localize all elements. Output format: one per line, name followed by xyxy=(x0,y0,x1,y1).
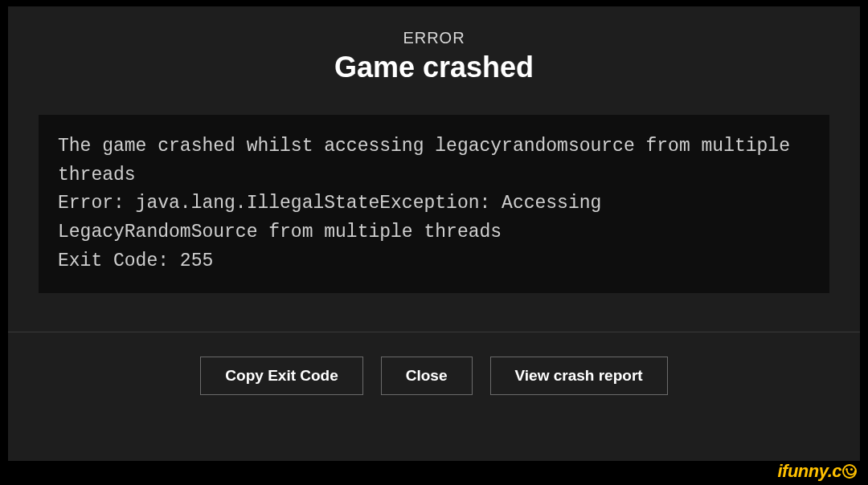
smile-icon xyxy=(842,464,857,479)
watermark-text: ifunny.c xyxy=(777,461,841,481)
copy-exit-code-button[interactable]: Copy Exit Code xyxy=(200,357,362,395)
button-row: Copy Exit Code Close View crash report xyxy=(8,332,860,395)
dialog-header: ERROR Game crashed xyxy=(8,6,860,100)
error-label: ERROR xyxy=(8,29,860,47)
dialog-title: Game crashed xyxy=(8,51,860,84)
watermark: ifunny.c xyxy=(777,461,857,482)
close-button[interactable]: Close xyxy=(381,357,473,395)
crash-dialog: ERROR Game crashed The game crashed whil… xyxy=(8,6,860,461)
view-crash-report-button[interactable]: View crash report xyxy=(490,357,668,395)
error-message-box: The game crashed whilst accessing legacy… xyxy=(39,115,829,293)
